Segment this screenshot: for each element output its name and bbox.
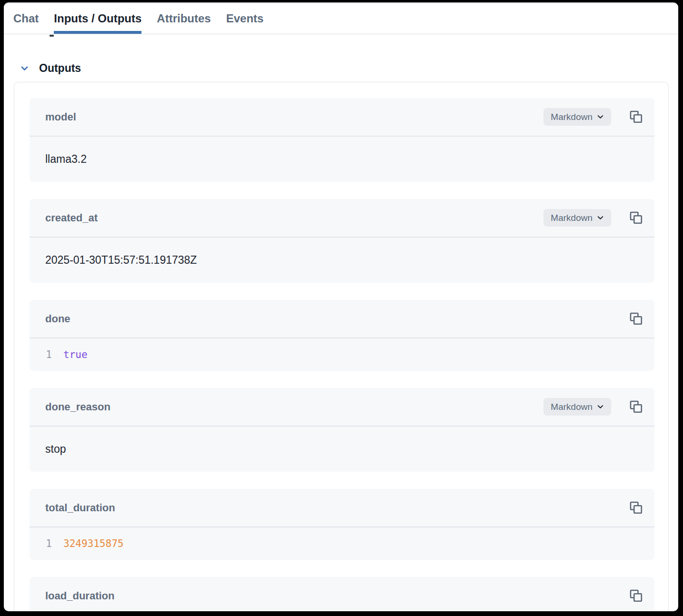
field-header: total_duration xyxy=(30,489,654,527)
field-value: llama3.2 xyxy=(30,137,654,182)
tab-bar: Chat Inputs / Outputs Attributes Events xyxy=(4,3,678,34)
field-value: 3249315875 xyxy=(63,538,123,549)
tab-attributes[interactable]: Attributes xyxy=(157,3,211,34)
code-viewer: 1 true xyxy=(30,338,654,371)
tab-events[interactable]: Events xyxy=(226,3,264,34)
format-select-value: Markdown xyxy=(551,402,593,412)
field-card-created-at: created_at Markdown 2025-01-30T15:57:51.… xyxy=(30,199,654,283)
field-header: load_duration xyxy=(30,577,654,611)
field-value: true xyxy=(63,349,88,360)
copy-button[interactable] xyxy=(630,400,643,413)
format-select[interactable]: Markdown xyxy=(543,398,611,416)
tab-inputs-outputs[interactable]: Inputs / Outputs xyxy=(54,3,141,34)
copy-icon xyxy=(630,589,643,602)
copy-button[interactable] xyxy=(630,589,643,602)
field-card-done: done 1 true xyxy=(30,300,654,371)
field-card-total-duration: total_duration 1 3249315875 xyxy=(30,489,654,560)
section-title: Outputs xyxy=(39,62,81,75)
field-label: total_duration xyxy=(45,502,115,514)
code-viewer: 1 3249315875 xyxy=(30,527,654,560)
field-card-load-duration: load_duration xyxy=(30,577,654,611)
field-header: model Markdown xyxy=(30,98,654,137)
chevron-down-icon[interactable] xyxy=(20,64,29,73)
field-header: created_at Markdown xyxy=(30,199,654,238)
outputs-panel: model Markdown llama3.2 cre xyxy=(14,82,669,611)
copy-button[interactable] xyxy=(630,312,643,325)
copy-button[interactable] xyxy=(630,110,643,123)
field-label: load_duration xyxy=(45,590,114,602)
field-card-model: model Markdown llama3.2 xyxy=(30,98,654,182)
copy-icon xyxy=(630,312,643,325)
field-header: done_reason Markdown xyxy=(30,388,654,427)
scrolled-content-remnant xyxy=(50,35,54,37)
copy-button[interactable] xyxy=(630,211,643,224)
field-label: model xyxy=(45,111,76,123)
format-select-value: Markdown xyxy=(551,112,593,122)
chevron-down-icon xyxy=(597,113,604,120)
format-select[interactable]: Markdown xyxy=(543,108,611,126)
copy-icon xyxy=(630,501,643,514)
outputs-section-header: Outputs xyxy=(20,62,678,74)
format-select[interactable]: Markdown xyxy=(543,209,611,227)
line-number: 1 xyxy=(45,349,52,360)
field-card-done-reason: done_reason Markdown stop xyxy=(30,388,654,472)
chevron-down-icon xyxy=(597,214,604,221)
field-label: created_at xyxy=(45,212,98,224)
tab-chat[interactable]: Chat xyxy=(13,3,39,34)
copy-icon xyxy=(630,110,643,123)
field-label: done_reason xyxy=(45,401,110,413)
copy-icon xyxy=(630,211,643,224)
field-header: done xyxy=(30,300,654,338)
copy-icon xyxy=(630,400,643,413)
field-label: done xyxy=(45,313,70,325)
format-select-value: Markdown xyxy=(551,213,593,223)
trace-detail-panel: Chat Inputs / Outputs Attributes Events … xyxy=(4,2,678,611)
chevron-down-icon xyxy=(597,403,604,410)
field-value: 2025-01-30T15:57:51.191738Z xyxy=(30,238,654,283)
field-value: stop xyxy=(30,427,654,472)
copy-button[interactable] xyxy=(630,501,643,514)
line-number: 1 xyxy=(45,538,52,549)
